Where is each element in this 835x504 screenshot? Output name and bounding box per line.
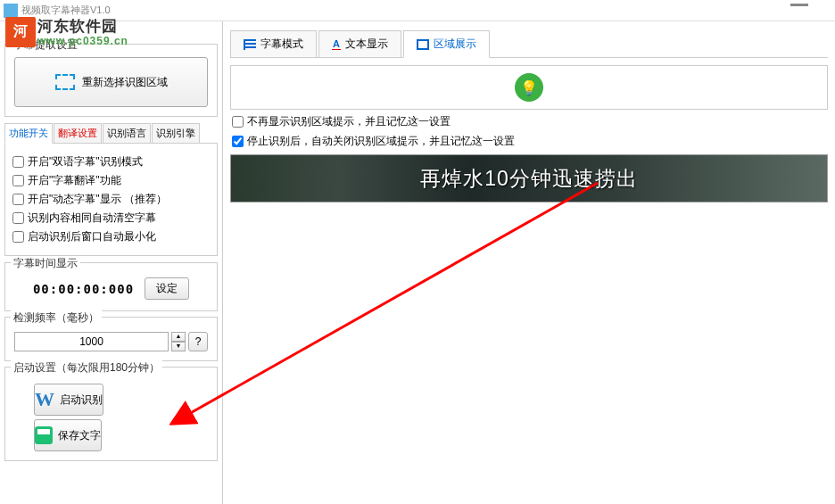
tab-text-display[interactable]: A 文本显示	[318, 30, 401, 57]
time-display: 00:00:00:000	[33, 282, 134, 296]
watermark: 河 河东软件园 www.pc0359.cn	[5, 16, 128, 47]
check-no-region-hint[interactable]: 不再显示识别区域提示，并且记忆这一设置	[232, 114, 826, 129]
main-tabs: 字幕模式 A 文本显示 区域展示	[230, 30, 828, 58]
tab-function-switch[interactable]: 功能开关	[4, 123, 53, 144]
tab-region-display[interactable]: 区域展示	[403, 30, 490, 58]
check-minimize[interactable]: 启动识别后窗口自动最小化	[12, 229, 210, 244]
window-title: 视频取字幕神器V1.0	[21, 4, 111, 17]
video-subtitle-text: 再焯水10分钟迅速捞出	[420, 165, 638, 193]
dashed-rect-icon	[55, 74, 75, 90]
startup-group-title: 启动设置（每次限用180分钟）	[11, 360, 162, 376]
freq-group-title: 检测频率（毫秒）	[11, 310, 102, 326]
check-bilingual[interactable]: 开启"双语字幕"识别模式	[12, 154, 210, 169]
function-checks: 开启"双语字幕"识别模式 开启"字幕翻译"功能 开启"动态字幕"显示 （推荐） …	[4, 144, 218, 256]
check-clear-same[interactable]: 识别内容相同自动清空字幕	[12, 211, 210, 226]
save-label: 保存文字	[58, 428, 101, 443]
check-dynamic[interactable]: 开启"动态字幕"显示 （推荐）	[12, 192, 210, 207]
freq-up-button[interactable]: ▲	[171, 332, 186, 342]
preview-header: 💡	[230, 65, 828, 110]
video-preview-strip: 再焯水10分钟迅速捞出	[230, 154, 828, 202]
tab-engine[interactable]: 识别引擎	[152, 123, 200, 143]
save-text-button[interactable]: 保存文字	[34, 419, 102, 451]
reselect-region-button[interactable]: 重新选择识图区域	[14, 57, 208, 107]
tab-translate-settings[interactable]: 翻译设置	[54, 123, 102, 143]
freq-down-button[interactable]: ▼	[171, 342, 186, 351]
start-label: 启动识别	[60, 392, 103, 408]
text-a-icon: A	[332, 38, 341, 50]
freq-help-button[interactable]: ?	[188, 332, 208, 351]
time-group-title: 字幕时间显示	[11, 256, 80, 271]
save-icon	[35, 426, 53, 444]
start-recognition-button[interactable]: W 启动识别	[34, 384, 103, 416]
reselect-label: 重新选择识图区域	[82, 75, 168, 90]
check-close-region-hint[interactable]: 停止识别后，自动关闭识别区域提示，并且记忆这一设置	[232, 134, 826, 149]
time-set-button[interactable]: 设定	[145, 277, 189, 300]
tab-language[interactable]: 识别语言	[103, 123, 151, 143]
watermark-url: www.pc0359.cn	[37, 35, 128, 47]
minimize-button[interactable]	[790, 4, 808, 6]
watermark-brand: 河东软件园	[37, 16, 128, 37]
frequency-input[interactable]	[14, 332, 169, 351]
w-icon: W	[35, 388, 54, 411]
right-panel: 字幕模式 A 文本显示 区域展示 💡 不再显示识别区域提示，并且记忆这一设置 停…	[223, 21, 835, 504]
settings-sub-tabs: 功能开关 翻译设置 识别语言 识别引擎	[4, 123, 218, 144]
left-panel: 字幕提取设置 重新选择识图区域 功能开关 翻译设置 识别语言 识别引擎 开启"双…	[0, 21, 223, 504]
tab-subtitle-mode[interactable]: 字幕模式	[230, 30, 317, 57]
bulb-icon: 💡	[515, 73, 543, 102]
watermark-logo-icon: 河	[5, 17, 36, 47]
lines-icon	[244, 39, 256, 50]
region-icon	[417, 39, 429, 50]
check-translate[interactable]: 开启"字幕翻译"功能	[12, 173, 210, 188]
